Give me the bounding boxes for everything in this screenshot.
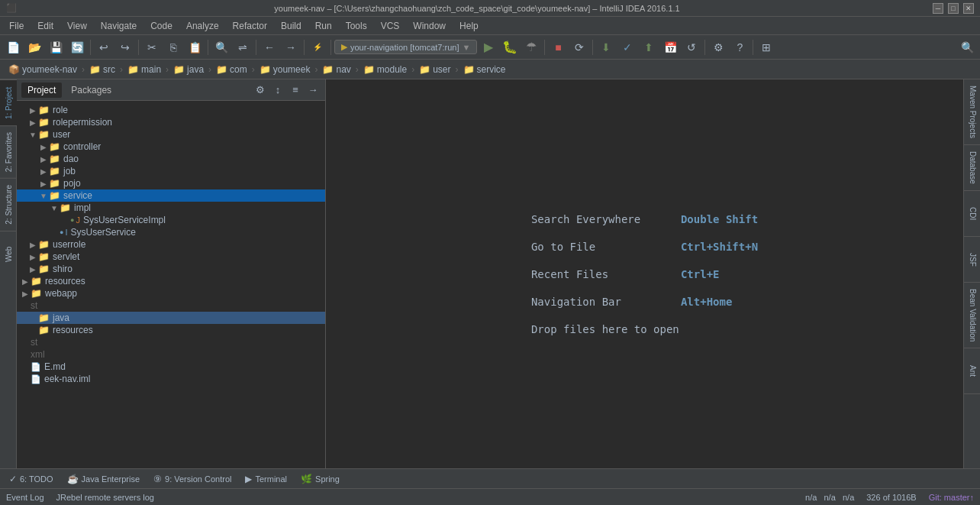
run-config-selector[interactable]: ▶ your-navigation [tomcat7:run] ▼ — [334, 40, 477, 54]
side-tab-maven[interactable]: Maven Projects — [964, 79, 980, 145]
cut-button[interactable]: ✂ — [142, 37, 162, 57]
tree-item-sysuserserviceimpl[interactable]: ● J SysUserServiceImpl — [17, 214, 325, 226]
search-icon[interactable]: 🔍 — [957, 37, 977, 57]
nav-nav[interactable]: 📁 nav — [320, 63, 353, 76]
side-tab-ant[interactable]: Ant — [964, 348, 980, 394]
new-button[interactable]: 📄 — [3, 37, 23, 57]
tree-item-impl[interactable]: ▼ 📁 impl — [17, 202, 325, 214]
tree-item-controller[interactable]: ▶ 📁 controller — [17, 141, 325, 153]
menu-view[interactable]: View — [61, 19, 93, 33]
tab-todo[interactable]: ✓ 6: TODO — [3, 471, 60, 487]
stop-button[interactable]: ■ — [548, 37, 568, 57]
nav-module[interactable]: 📁 module — [361, 63, 409, 76]
copy-button[interactable]: ⎘ — [163, 37, 183, 57]
tree-item-servlet[interactable]: ▶ 📁 servlet — [17, 251, 325, 263]
replace-button[interactable]: ⇌ — [233, 37, 253, 57]
side-tab-bean-validation[interactable]: Bean Validation — [964, 283, 980, 348]
menu-navigate[interactable]: Navigate — [95, 19, 143, 33]
side-tab-web[interactable]: Web — [0, 231, 17, 277]
menu-edit[interactable]: Edit — [31, 19, 60, 33]
settings-button[interactable]: ⚙ — [708, 37, 728, 57]
menu-help[interactable]: Help — [453, 19, 485, 33]
help-button[interactable]: ? — [730, 37, 750, 57]
nav-user[interactable]: 📁 user — [417, 63, 453, 76]
tab-packages[interactable]: Packages — [65, 83, 118, 98]
tree-item-dao[interactable]: ▶ 📁 dao — [17, 153, 325, 165]
coverage-button[interactable]: ☂ — [521, 37, 541, 57]
search-everywhere-btn[interactable]: 🔍 — [957, 37, 977, 57]
collapse-icon-btn[interactable]: ≡ — [288, 83, 303, 98]
project-tree[interactable]: ▶ 📁 role ▶ 📁 rolepermission ▼ 📁 user ▶ 📁… — [17, 101, 325, 468]
tree-item-job[interactable]: ▶ 📁 job — [17, 165, 325, 177]
minimize-button[interactable]: ─ — [933, 3, 943, 14]
vcs-history[interactable]: 📅 — [660, 37, 680, 57]
tree-item-xml[interactable]: xml — [17, 348, 325, 361]
tab-version-control[interactable]: ⑨ 9: Version Control — [147, 471, 237, 487]
tree-item-rolepermission[interactable]: ▶ 📁 rolepermission — [17, 116, 325, 128]
run-button[interactable]: ▶ — [479, 37, 498, 57]
tree-item-navxml[interactable]: 📄 eek-nav.iml — [17, 373, 325, 385]
jrebel-btn[interactable]: JRebel remote servers log — [56, 493, 154, 502]
sort-icon-btn[interactable]: ↕ — [270, 83, 285, 98]
tree-item-st[interactable]: st — [17, 299, 325, 312]
tab-terminal[interactable]: ▶ Terminal — [239, 471, 293, 487]
side-tab-project[interactable]: 1: Project — [0, 79, 17, 125]
tree-item-userrole[interactable]: ▶ 📁 userrole — [17, 238, 325, 251]
event-log-btn[interactable]: Event Log — [6, 493, 44, 502]
nav-service[interactable]: 📁 service — [461, 63, 508, 76]
side-tab-favorites[interactable]: 2: Favorites — [0, 125, 17, 178]
tree-item-user[interactable]: ▼ 📁 user — [17, 128, 325, 141]
restart-button[interactable]: ⟳ — [569, 37, 589, 57]
expand-icon-btn[interactable]: → — [305, 83, 321, 98]
forward-button[interactable]: → — [281, 37, 301, 57]
tree-item-webapp[interactable]: ▶ 📁 webapp — [17, 287, 325, 299]
menu-file[interactable]: File — [3, 19, 30, 33]
menu-code[interactable]: Code — [144, 19, 179, 33]
back-button[interactable]: ← — [260, 37, 279, 57]
debug-button[interactable]: 🐛 — [500, 37, 520, 57]
status-git[interactable]: Git: master↑ — [929, 493, 974, 502]
tree-item-emd[interactable]: 📄 E.md — [17, 361, 325, 373]
menu-build[interactable]: Build — [275, 19, 308, 33]
tree-item-sysuserservice[interactable]: ● I SysUserService — [17, 226, 325, 238]
nav-main[interactable]: 📁 main — [125, 63, 163, 76]
build-btn[interactable]: ⚡ — [308, 37, 327, 57]
tree-item-resources2[interactable]: 📁 resources — [17, 324, 325, 336]
tab-project[interactable]: Project — [21, 83, 62, 98]
vcs-update[interactable]: ⬇ — [596, 37, 616, 57]
vcs-push[interactable]: ⬆ — [639, 37, 659, 57]
vcs-revert[interactable]: ↺ — [682, 37, 701, 57]
close-button[interactable]: ✕ — [963, 3, 974, 14]
redo-button[interactable]: ↪ — [115, 37, 135, 57]
nav-youmeek-nav[interactable]: 📦 youmeek-nav — [6, 63, 79, 76]
tree-item-service[interactable]: ▼ 📁 service — [17, 189, 325, 202]
nav-java[interactable]: 📁 java — [171, 63, 206, 76]
nav-youmeek[interactable]: 📁 youmeek — [257, 63, 313, 76]
menu-vcs[interactable]: VCS — [375, 19, 406, 33]
vcs-commit[interactable]: ✓ — [617, 37, 637, 57]
tree-item-shiro[interactable]: ▶ 📁 shiro — [17, 263, 325, 275]
menu-tools[interactable]: Tools — [340, 19, 373, 33]
side-tab-database[interactable]: Database — [964, 145, 980, 191]
tree-item-st2[interactable]: st — [17, 336, 325, 348]
tree-item-pojo[interactable]: ▶ 📁 pojo — [17, 177, 325, 189]
side-tab-cdi[interactable]: CDI — [964, 191, 980, 237]
menu-window[interactable]: Window — [407, 19, 452, 33]
terminal-button[interactable]: ⊞ — [756, 37, 776, 57]
tree-item-java[interactable]: 📁 java — [17, 312, 325, 324]
nav-src[interactable]: 📁 src — [87, 63, 118, 76]
menu-run[interactable]: Run — [309, 19, 338, 33]
paste-button[interactable]: 📋 — [185, 37, 205, 57]
nav-com[interactable]: 📁 com — [214, 63, 250, 76]
maximize-button[interactable]: □ — [948, 3, 959, 14]
side-tab-structure[interactable]: 2: Structure — [0, 178, 17, 231]
settings-icon-btn[interactable]: ⚙ — [253, 83, 268, 98]
tree-item-role[interactable]: ▶ 📁 role — [17, 104, 325, 116]
save-all-button[interactable]: 💾 — [46, 37, 66, 57]
menu-refactor[interactable]: Refactor — [227, 19, 273, 33]
side-tab-jsf[interactable]: JSF — [964, 237, 980, 283]
open-button[interactable]: 📂 — [24, 37, 44, 57]
tab-java-enterprise[interactable]: ☕ Java Enterprise — [61, 471, 146, 487]
tab-spring[interactable]: 🌿 Spring — [295, 471, 346, 487]
undo-button[interactable]: ↩ — [94, 37, 114, 57]
